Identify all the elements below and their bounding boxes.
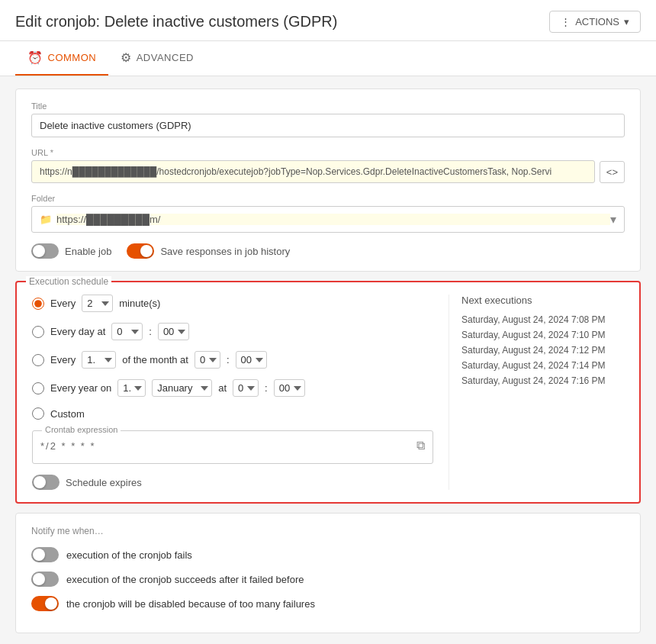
notify-card: Notify me when… execution of the cronjob…: [15, 513, 641, 633]
save-responses-label: Save responses in job history: [160, 246, 290, 257]
day-hour-select[interactable]: 01212: [111, 323, 143, 340]
main-card: Title URL * https://n█████████████/hoste…: [15, 89, 641, 272]
every-year-radio[interactable]: [32, 382, 44, 394]
enable-job-label: Enable job: [65, 246, 111, 257]
title-input[interactable]: [31, 114, 625, 137]
every-month-row: Every 1.2.15. of the month at 01 : 0030: [32, 351, 433, 369]
folder-row[interactable]: 📁 https://█████████m/ ▾: [31, 206, 625, 233]
url-code-button[interactable]: <>: [600, 161, 625, 183]
actions-button[interactable]: ⋮ ACTIONS ▾: [549, 11, 641, 33]
page-header: Edit cronjob: Delete inactive customers …: [0, 0, 656, 41]
minutes-unit-label: minute(s): [119, 298, 160, 309]
minutes-select[interactable]: 2 5 10 15 30: [82, 295, 113, 312]
every-day-label: Every day at: [50, 326, 105, 337]
every-minutes-row: Every 2 5 10 15 30 minute(s): [32, 295, 433, 312]
tabs-bar: ⏰ COMMON ⚙ ADVANCED: [0, 41, 656, 76]
folder-field-group: Folder 📁 https://█████████m/ ▾: [31, 194, 625, 233]
notify-row-fails: execution of the cronjob fails: [31, 547, 625, 562]
url-label: URL *: [31, 148, 625, 157]
custom-radio[interactable]: [32, 407, 44, 420]
next-execution-item-4: Saturday, August 24, 2024 7:16 PM: [461, 373, 624, 388]
next-execution-item-1: Saturday, August 24, 2024 7:10 PM: [461, 327, 624, 343]
next-execution-item-2: Saturday, August 24, 2024 7:12 PM: [461, 343, 624, 358]
crontab-value: */2 * * * *: [40, 440, 416, 452]
title-field-group: Title: [31, 101, 625, 137]
every-day-row: Every day at 01212 : 00153045: [32, 323, 433, 340]
year-hour-select[interactable]: 01: [233, 379, 259, 397]
notify-fails-toggle[interactable]: [31, 547, 59, 562]
clock-icon: ⏰: [27, 50, 43, 65]
schedule-expires-row: Schedule expires: [32, 475, 433, 490]
notify-fails-text: execution of the cronjob fails: [66, 549, 192, 561]
custom-label: Custom: [50, 408, 85, 420]
notify-row-succeeds: execution of the cronjob succeeds after …: [31, 572, 625, 587]
crontab-legend: Crontab expression: [42, 425, 121, 434]
every-minutes-radio[interactable]: [32, 298, 44, 310]
tab-common[interactable]: ⏰ COMMON: [15, 41, 108, 76]
toggles-row: Enable job Save responses in job history: [31, 243, 625, 259]
main-content: Title URL * https://n█████████████/hoste…: [0, 76, 656, 644]
schedule-main: Every 2 5 10 15 30 minute(s) Every day a…: [32, 295, 624, 490]
month-minute-select[interactable]: 0030: [236, 351, 267, 369]
chevron-down-icon: ▾: [624, 16, 629, 27]
every-year-label: Every year on: [50, 382, 111, 394]
crontab-row: */2 * * * * ⧉: [40, 434, 425, 457]
folder-label: Folder: [31, 194, 625, 203]
actions-label: ACTIONS: [575, 16, 619, 27]
schedule-left: Every 2 5 10 15 30 minute(s) Every day a…: [32, 295, 433, 490]
month-day-select[interactable]: 1.2.15.: [82, 351, 116, 369]
schedule-right: Next executions Saturday, August 24, 202…: [449, 295, 624, 490]
schedule-expires-label: Schedule expires: [66, 477, 142, 488]
custom-row: Custom: [32, 407, 433, 420]
url-row: https://n█████████████/hostedcronjob/exe…: [31, 160, 625, 183]
year-day-select[interactable]: 1.2.: [117, 379, 146, 397]
notify-disabled-toggle[interactable]: [31, 596, 59, 611]
next-execution-item-3: Saturday, August 24, 2024 7:14 PM: [461, 358, 624, 373]
save-responses-toggle-item: Save responses in job history: [127, 243, 290, 259]
save-responses-toggle[interactable]: [127, 243, 154, 259]
next-executions-title: Next executions: [461, 295, 624, 306]
notify-succeeds-toggle[interactable]: [31, 572, 59, 587]
every-month-radio[interactable]: [32, 354, 44, 366]
notify-succeeds-text: execution of the cronjob succeeds after …: [66, 574, 304, 585]
notify-row-disabled: the cronjob will be disabled because of …: [31, 596, 625, 611]
dropdown-arrow-icon: ▾: [610, 212, 616, 227]
tab-advanced-label: ADVANCED: [137, 52, 194, 63]
url-input[interactable]: https://n█████████████/hostedcronjob/exe…: [31, 160, 595, 183]
enable-job-toggle-item: Enable job: [31, 243, 111, 259]
sliders-icon: ⚙: [121, 50, 132, 65]
every-minutes-label: Every: [50, 298, 76, 309]
every-day-radio[interactable]: [32, 326, 44, 338]
enable-job-toggle[interactable]: [31, 243, 59, 259]
every-month-label-of: of the month at: [122, 354, 188, 365]
day-minute-select[interactable]: 00153045: [158, 323, 189, 340]
tab-advanced[interactable]: ⚙ ADVANCED: [108, 41, 206, 76]
year-month-select[interactable]: JanuaryFebruaryMarch: [152, 379, 212, 397]
title-label: Title: [31, 101, 625, 111]
menu-dots-icon: ⋮: [561, 16, 571, 27]
page-title: Edit cronjob: Delete inactive customers …: [15, 13, 337, 31]
url-field-group: URL * https://n█████████████/hostedcronj…: [31, 148, 625, 183]
year-minute-select[interactable]: 0030: [274, 379, 305, 397]
folder-value: https://█████████m/: [56, 214, 610, 225]
notify-disabled-text: the cronjob will be disabled because of …: [66, 598, 315, 610]
month-hour-select[interactable]: 01: [195, 351, 220, 369]
notify-title: Notify me when…: [31, 526, 625, 536]
crontab-section: Crontab expression */2 * * * * ⧉: [32, 430, 433, 464]
next-execution-item-0: Saturday, August 24, 2024 7:08 PM: [461, 312, 624, 327]
every-year-row: Every year on 1.2. JanuaryFebruaryMarch …: [32, 379, 433, 397]
schedule-expires-toggle[interactable]: [32, 475, 59, 490]
every-month-label-every: Every: [50, 354, 76, 365]
folder-icon: 📁: [40, 214, 52, 225]
tab-common-label: COMMON: [48, 52, 97, 63]
schedule-card: Execution schedule Every 2 5 10 15 30 mi…: [15, 281, 641, 504]
schedule-legend: Execution schedule: [26, 276, 111, 287]
copy-icon[interactable]: ⧉: [416, 439, 425, 452]
